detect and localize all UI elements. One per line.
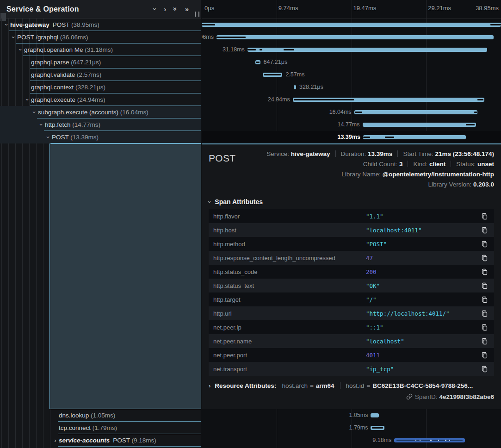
meta-label: Child Count: bbox=[363, 161, 399, 168]
child-span-dot bbox=[445, 440, 446, 441]
tree-row-graphql-execute[interactable]: ›graphql.execute (24.94ms) bbox=[0, 93, 201, 106]
copy-icon[interactable] bbox=[475, 255, 494, 261]
tree-row-http-fetch[interactable]: ›http.fetch (14.77ms) bbox=[0, 118, 201, 131]
service-operation-header: Service & Operation › › » » bbox=[0, 0, 201, 19]
copy-icon[interactable] bbox=[475, 241, 494, 248]
span-id-value: 4e21998f3b82abe6 bbox=[439, 393, 494, 400]
timeline-pane: 0μs9.74ms19.47ms29.21ms38.95ms 38.95ms36… bbox=[202, 0, 501, 448]
copy-icon[interactable] bbox=[475, 227, 494, 234]
tree-row-post-selected[interactable]: ›POST (13.39ms) bbox=[0, 131, 201, 143]
copy-icon[interactable] bbox=[475, 338, 494, 345]
expander-icon[interactable]: › bbox=[3, 21, 10, 28]
tree-row-tcp-connect[interactable]: tcp.connect (1.79ms) bbox=[0, 422, 201, 434]
span-attributes-header[interactable]: › Span Attributes bbox=[209, 198, 494, 205]
span-bar[interactable] bbox=[371, 426, 384, 430]
attr-value: "OK" bbox=[366, 282, 475, 289]
span-bar-row-http-fetch[interactable]: 14.77ms bbox=[202, 118, 501, 131]
span-bar[interactable] bbox=[394, 438, 464, 442]
tree-row-post-graphql[interactable]: ›POST /graphql (36.06ms) bbox=[0, 31, 201, 44]
span-bar-row-graphql-operation-me[interactable]: 31.18ms bbox=[202, 44, 501, 56]
tree-row-graphql-context[interactable]: graphql.context (328.21μs) bbox=[0, 81, 201, 93]
span-bar[interactable] bbox=[263, 73, 283, 77]
expand-all-icon[interactable]: » bbox=[185, 6, 189, 12]
duration-label: 9.18ms bbox=[372, 434, 391, 447]
span-bar[interactable] bbox=[354, 110, 477, 114]
expander-icon[interactable]: › bbox=[24, 96, 31, 103]
duration-label: 2.57ms bbox=[285, 68, 304, 81]
copy-icon[interactable] bbox=[475, 268, 494, 275]
pane-resize-handle[interactable] bbox=[195, 12, 199, 17]
child-span-mark bbox=[474, 112, 476, 113]
span-id-label: SpanID: bbox=[415, 393, 438, 400]
span-detail-left-region bbox=[49, 143, 201, 409]
attr-key: net.transport bbox=[209, 366, 366, 373]
copy-icon[interactable] bbox=[475, 213, 494, 220]
copy-icon[interactable] bbox=[475, 324, 494, 331]
attr-value: "POST" bbox=[366, 241, 475, 248]
span-bar[interactable] bbox=[363, 135, 466, 139]
child-span-mark bbox=[216, 37, 246, 38]
copy-icon[interactable] bbox=[475, 352, 494, 359]
span-bar[interactable] bbox=[371, 413, 378, 417]
span-bar-row-post-graphql[interactable]: 36.06ms bbox=[202, 31, 501, 44]
expander-icon[interactable]: › bbox=[31, 109, 38, 116]
expander-icon[interactable]: › bbox=[52, 437, 59, 444]
span-bar[interactable] bbox=[247, 48, 487, 52]
span-meta-line: Child Count: 3Kind: clientStatus: unset bbox=[266, 159, 494, 169]
expander-icon[interactable]: › bbox=[38, 121, 45, 128]
duration-label: 1.05ms bbox=[349, 409, 368, 422]
copy-icon[interactable] bbox=[475, 310, 494, 317]
span-bar-row-dns-lookup[interactable]: 1.05ms bbox=[202, 409, 501, 422]
expand-one-icon[interactable]: › bbox=[164, 6, 166, 12]
tree-row-graphql-validate[interactable]: graphql.validate (2.57ms) bbox=[0, 68, 201, 81]
attr-key: http.status_text bbox=[209, 282, 366, 289]
span-tree: ›hive-gatewayPOST (38.95ms)›POST /graphq… bbox=[0, 19, 201, 143]
copy-icon[interactable] bbox=[475, 366, 494, 373]
expander-icon[interactable]: › bbox=[10, 34, 17, 41]
child-span-mark bbox=[202, 24, 215, 25]
span-bar[interactable] bbox=[294, 85, 296, 89]
span-bar-row-graphql-parse[interactable]: 647.21μs bbox=[202, 56, 501, 68]
span-bar[interactable] bbox=[216, 35, 494, 39]
tree-row-service-accounts-post[interactable]: ›service-accountsPOST (9.18ms) bbox=[0, 434, 201, 447]
span-meta: Service: hive-gatewayDuration: 13.39msSt… bbox=[266, 149, 494, 190]
collapse-all-icon[interactable]: » bbox=[172, 7, 179, 11]
timeline-tick-label: 19.47ms bbox=[353, 5, 377, 12]
tree-row-graphql-operation-me[interactable]: ›graphql.operation Me (31.18ms) bbox=[0, 44, 201, 56]
tree-row-dns-lookup[interactable]: dns.lookup (1.05ms) bbox=[0, 409, 201, 422]
span-bar[interactable] bbox=[255, 60, 260, 64]
copy-icon[interactable] bbox=[475, 282, 494, 289]
span-bar-row-graphql-validate[interactable]: 2.57ms bbox=[202, 68, 501, 81]
span-bar-row-graphql-execute[interactable]: 24.94ms bbox=[202, 93, 501, 106]
child-span-mark bbox=[372, 427, 383, 429]
tree-row-graphql-parse[interactable]: graphql.parse (647.21μs) bbox=[0, 56, 201, 68]
span-bar-row-post-selected[interactable]: 13.39ms bbox=[202, 131, 501, 143]
expander-icon[interactable]: › bbox=[17, 46, 24, 53]
span-id-row: SpanID:4e21998f3b82abe6 bbox=[209, 393, 494, 400]
span-bar-row-service-accounts-post[interactable]: 9.18ms bbox=[202, 434, 501, 447]
chevron-down-icon: › bbox=[207, 201, 213, 203]
attr-row: http.status_code200 bbox=[209, 265, 494, 279]
meta-divider bbox=[397, 150, 398, 157]
span-bar[interactable] bbox=[202, 23, 501, 27]
tree-row-hive-gateway-post[interactable]: ›hive-gatewayPOST (38.95ms) bbox=[0, 19, 201, 31]
span-bar-row-graphql-context[interactable]: 328.21μs bbox=[202, 81, 501, 93]
meta-divider bbox=[335, 150, 336, 157]
span-duration-text: (2.57ms) bbox=[77, 71, 101, 78]
expander-icon[interactable]: › bbox=[45, 134, 52, 141]
link-icon[interactable] bbox=[406, 393, 413, 400]
collapse-one-icon[interactable]: › bbox=[152, 8, 159, 10]
attr-key: net.peer.ip bbox=[209, 324, 366, 331]
span-duration-text: (36.06ms) bbox=[60, 34, 88, 41]
span-bar[interactable] bbox=[293, 98, 484, 102]
timeline-tick-label: 0μs bbox=[204, 5, 214, 12]
span-bar-row-tcp-connect[interactable]: 1.79ms bbox=[202, 422, 501, 434]
span-bar[interactable] bbox=[363, 123, 476, 127]
span-duration-text: (38.95ms) bbox=[71, 21, 99, 28]
copy-icon[interactable] bbox=[475, 296, 494, 303]
span-meta-line: Library Version: 0.203.0 bbox=[266, 180, 494, 190]
span-bar-row-hive-gateway-post[interactable]: 38.95ms bbox=[202, 19, 501, 31]
resource-attributes-row[interactable]: › Resource Attributes: host.arch=arm64ho… bbox=[209, 382, 494, 389]
tree-row-subgraph-execute-accounts[interactable]: ›subgraph.execute (accounts) (16.04ms) bbox=[0, 106, 201, 118]
span-bar-row-subgraph-execute-accounts[interactable]: 16.04ms bbox=[202, 106, 501, 118]
